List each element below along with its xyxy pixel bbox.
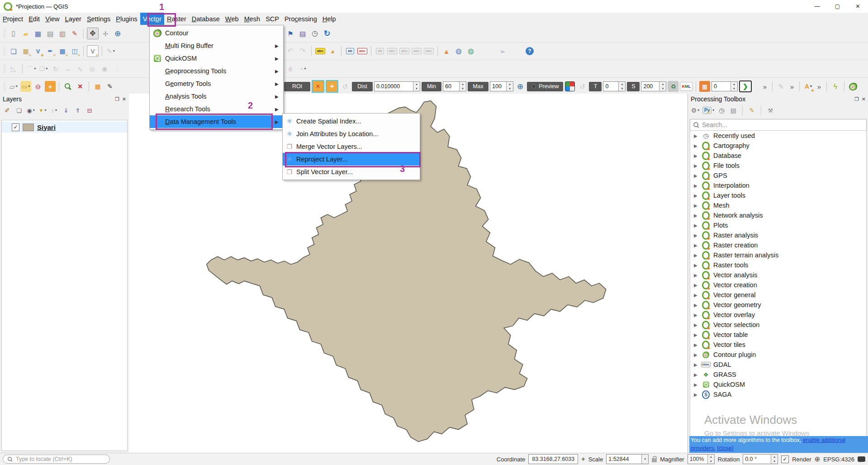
current-edits-icon-dropdown[interactable]: ▾ bbox=[113, 49, 115, 53]
slyr-icon[interactable]: ϟ bbox=[830, 81, 841, 92]
layer-name[interactable]: Siyari bbox=[37, 123, 56, 131]
layout-manager-icon[interactable]: ▥ bbox=[57, 28, 68, 39]
edit-features-inplace-icon[interactable]: ✎ bbox=[747, 106, 756, 115]
expander-icon[interactable]: ▶ bbox=[694, 143, 698, 148]
move-feature-icon-dropdown[interactable]: ▾ bbox=[46, 67, 47, 71]
overflow-3-icon[interactable]: » bbox=[815, 81, 823, 92]
python-console-icon[interactable]: Py▾ bbox=[702, 106, 714, 115]
menubar-item-vector[interactable]: Vector bbox=[140, 13, 164, 25]
start-operation-icon[interactable]: ⚙▾ bbox=[691, 106, 700, 115]
min-input-spinner[interactable]: ▲▼ bbox=[459, 82, 466, 91]
toolbox-group-vector-creation[interactable]: ▶Vector creation bbox=[690, 280, 866, 290]
expander-icon[interactable]: ▶ bbox=[694, 303, 698, 308]
expander-icon[interactable]: ▶ bbox=[694, 342, 698, 347]
messages-icon[interactable] bbox=[858, 456, 865, 462]
menubar-item-scp[interactable]: SCP bbox=[263, 13, 282, 25]
menu-item-analysis-tools[interactable]: Analysis Tools▶ bbox=[150, 90, 283, 103]
band-input[interactable]: 0▲▼ bbox=[711, 81, 738, 91]
expander-icon[interactable]: ▶ bbox=[694, 372, 698, 377]
crs-globe-icon[interactable]: ⊕ bbox=[815, 455, 821, 463]
trash-icon[interactable]: ♻ bbox=[668, 81, 678, 92]
toolbox-group-vector-geometry[interactable]: ▶Vector geometry bbox=[690, 300, 866, 310]
menu-item-multi-ring-buffer[interactable]: Multi Ring Buffer▶ bbox=[150, 39, 283, 52]
toolbox-options-icon[interactable]: ⚒ bbox=[766, 106, 775, 115]
show-pinned-labels-icon[interactable]: ab bbox=[375, 46, 385, 57]
data-source-manager-icon[interactable]: ❏ bbox=[8, 46, 19, 57]
refresh-preview-icon[interactable]: ↺ bbox=[577, 81, 588, 92]
roi-cut-icon[interactable]: ✕ bbox=[312, 80, 324, 93]
zoom-preview-icon[interactable]: ⊕ bbox=[515, 81, 526, 92]
magnifier-spinner[interactable]: ▲▼ bbox=[707, 455, 714, 464]
submenu-item-reproject-layer-[interactable]: ✳Reproject Layer... bbox=[283, 153, 420, 166]
rotate-point-symbols-icon-dropdown[interactable]: ▾ bbox=[304, 67, 306, 71]
overflow-2-icon[interactable]: » bbox=[788, 81, 796, 92]
python-console-icon-dropdown[interactable]: ▾ bbox=[712, 109, 714, 112]
expander-icon[interactable]: ▶ bbox=[694, 273, 698, 278]
close-notice-link[interactable]: [close] bbox=[717, 445, 733, 451]
roi-add-icon[interactable]: + bbox=[326, 80, 338, 93]
menubar-item-plugins[interactable]: Plugins bbox=[113, 13, 140, 25]
filter-legend-icon[interactable]: ▼▾ bbox=[38, 106, 47, 115]
expander-icon[interactable]: ▶ bbox=[694, 203, 698, 208]
coordinate-input[interactable]: 83.3168,27.6033 bbox=[528, 454, 578, 464]
band-input-spinner[interactable]: ▲▼ bbox=[730, 82, 737, 91]
locate-search-input[interactable]: Type to locate (Ctrl+K) bbox=[3, 455, 110, 464]
toolbar-drag-handle[interactable] bbox=[3, 28, 5, 38]
start-operation-icon-dropdown[interactable]: ▾ bbox=[697, 109, 699, 112]
menu-item-geoprocessing-tools[interactable]: Geoprocessing Tools▶ bbox=[150, 65, 283, 77]
rotation-spinner[interactable]: ▲▼ bbox=[771, 455, 778, 464]
new-project-icon[interactable]: ▯ bbox=[8, 28, 19, 39]
layers-float-icon[interactable]: ❐ bbox=[115, 96, 119, 102]
manage-visibility-icon-dropdown[interactable]: ▾ bbox=[33, 109, 35, 112]
roi-delete-icon[interactable]: ⊖ bbox=[33, 81, 43, 92]
layer-diagram-icon[interactable]: ◕ bbox=[327, 46, 338, 57]
expander-icon[interactable]: ▶ bbox=[694, 392, 698, 397]
lock-scale-icon[interactable] bbox=[652, 458, 657, 462]
layer-labeling-icon[interactable]: abc bbox=[315, 46, 326, 57]
roi-pointer-icon-dropdown[interactable]: ▾ bbox=[28, 85, 30, 88]
menubar-item-raster[interactable]: Raster bbox=[164, 13, 189, 25]
toolbox-group-raster-analysis[interactable]: ▶Raster analysis bbox=[690, 230, 866, 240]
clear-roi-icon[interactable]: ✕ bbox=[75, 81, 85, 92]
layer-visibility-checkbox[interactable]: ✓ bbox=[12, 123, 19, 131]
new-geopackage-icon[interactable]: V✳ bbox=[87, 45, 99, 57]
extent-icon[interactable]: ⌖ bbox=[581, 455, 585, 463]
expander-icon[interactable]: ▶ bbox=[694, 352, 698, 357]
remove-layer-icon[interactable]: ⊟ bbox=[85, 106, 94, 115]
history-icon[interactable]: ◷ bbox=[717, 106, 726, 115]
add-virtual-layer-icon[interactable]: ◫✳ bbox=[69, 46, 80, 57]
toolbox-group-vector-overlay[interactable]: ▶Vector overlay bbox=[690, 310, 866, 320]
menu-item-quickosm[interactable]: QuickOSM▶ bbox=[150, 52, 283, 65]
toolbox-group-raster-creation[interactable]: ▶Raster creation bbox=[690, 240, 866, 250]
menubar-item-layer[interactable]: Layer bbox=[62, 13, 84, 25]
toolbox-group-saga[interactable]: ▶SSAGA bbox=[690, 389, 866, 399]
submenu-item-create-spatial-index-[interactable]: ✳Create Spatial Index... bbox=[283, 115, 420, 128]
pan-to-selection-icon[interactable]: ✛ bbox=[100, 28, 111, 39]
kml-icon[interactable]: KML bbox=[680, 82, 693, 91]
add-delimited-text-icon[interactable]: ✒✳ bbox=[45, 46, 56, 57]
scale-combo[interactable]: 1:52844 ▼ bbox=[606, 454, 649, 464]
dist-input[interactable]: 0.010000▲▼ bbox=[374, 81, 420, 91]
style-manager-icon[interactable]: ✎ bbox=[69, 28, 80, 39]
pin-labels-icon[interactable]: ab bbox=[345, 46, 356, 57]
move-label-icon[interactable]: abc bbox=[399, 46, 410, 57]
expander-icon[interactable]: ▶ bbox=[694, 323, 698, 327]
toolbar-drag-handle[interactable] bbox=[3, 64, 5, 74]
annotation-icon[interactable]: A✳▾ bbox=[803, 81, 814, 92]
toolbox-close-icon[interactable]: ✕ bbox=[862, 96, 866, 102]
menubar-item-settings[interactable]: Settings bbox=[84, 13, 113, 25]
toolbox-group-file-tools[interactable]: ▶File tools bbox=[690, 161, 866, 171]
dist-input-spinner[interactable]: ▲▼ bbox=[413, 82, 420, 91]
web-globe-icon[interactable]: ◍ bbox=[465, 46, 476, 57]
toolbox-group-gps[interactable]: ▶GPS bbox=[690, 171, 866, 180]
expand-all-icon[interactable]: ⇓ bbox=[62, 106, 71, 115]
annotation-icon-dropdown[interactable]: ▾ bbox=[810, 85, 812, 88]
roi-pointer-icon[interactable]: ▭▾ bbox=[20, 81, 31, 92]
rgb-composite-icon[interactable] bbox=[564, 81, 575, 92]
toolbox-group-plots[interactable]: ▶Plots bbox=[690, 220, 866, 230]
expander-icon[interactable]: ▶ bbox=[694, 233, 698, 238]
expander-icon[interactable]: ▶ bbox=[694, 293, 698, 298]
menu-item-data-management-tools[interactable]: Data Management Tools▶ bbox=[150, 115, 283, 128]
toolbox-float-icon[interactable]: ❐ bbox=[854, 96, 859, 102]
t-input-spinner[interactable]: ▲▼ bbox=[618, 82, 625, 91]
